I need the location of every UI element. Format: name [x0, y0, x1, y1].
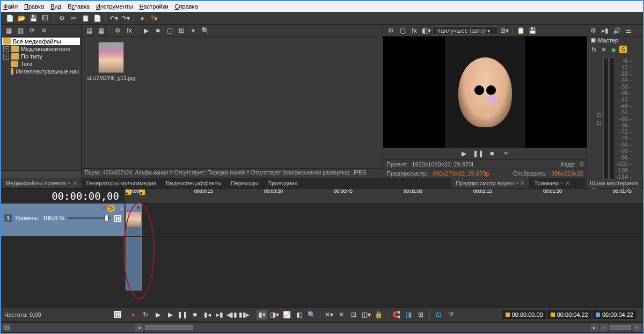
snap-grid-icon[interactable]: ◨: [403, 310, 414, 320]
tree-item-drives[interactable]: + Медианакопители: [2, 45, 80, 53]
go-start-icon[interactable]: ▮◂: [202, 310, 213, 320]
thumbnail-area[interactable]: sLU2M2Yl6_g11.jpg: [82, 37, 383, 168]
menu-settings[interactable]: Настройки: [140, 3, 169, 10]
gear-icon[interactable]: ⚙: [385, 26, 396, 35]
play-icon[interactable]: ▶: [141, 26, 151, 35]
tree-item-smart[interactable]: Интеллектуальные нак: [2, 68, 80, 75]
timeline-clip[interactable]: ≡: [126, 204, 142, 236]
keyframe-icon[interactable]: ◫: [114, 311, 121, 318]
play-start-icon[interactable]: ▶: [152, 310, 163, 320]
save-icon[interactable]: 💾: [28, 13, 39, 23]
copy-icon[interactable]: 📋: [80, 13, 91, 23]
paste-icon[interactable]: 📄: [92, 13, 103, 23]
tree-item-tags[interactable]: Теги: [2, 60, 80, 68]
view-thumb-icon[interactable]: ▦: [96, 26, 106, 35]
menu-icon[interactable]: ≡: [501, 149, 511, 158]
popout-icon[interactable]: ▫: [561, 180, 563, 186]
expand-icon[interactable]: +: [3, 54, 9, 60]
tab-media[interactable]: Медиафайлы проекта ▫ ✕: [1, 178, 82, 188]
scroll-left-icon[interactable]: ◂: [135, 324, 143, 331]
bypass-fx-icon[interactable]: ⊘: [101, 205, 106, 212]
zoom-in-icon[interactable]: +: [633, 324, 641, 331]
fx-icon[interactable]: fx: [590, 46, 598, 53]
selection-tool-icon[interactable]: ◧: [294, 310, 304, 320]
menu-help[interactable]: Справка: [175, 3, 198, 10]
level-slider[interactable]: [68, 217, 111, 219]
view-list-icon[interactable]: ▤: [84, 26, 94, 35]
tree-refresh-icon[interactable]: ⟳: [27, 26, 38, 35]
split-icon[interactable]: ◧▾: [421, 26, 431, 35]
clip-tail[interactable]: [126, 237, 142, 291]
tree-root-all-media[interactable]: Все медиафайлы: [2, 38, 80, 45]
zoom-tool-icon[interactable]: 🔍: [306, 310, 317, 320]
fx-icon[interactable]: fx: [124, 26, 135, 35]
menu-tools[interactable]: Инструменты: [96, 3, 133, 10]
next-frame-icon[interactable]: ▮▮▸: [239, 310, 250, 320]
grid-overlay-icon[interactable]: ⊞▾: [499, 26, 510, 35]
circle-icon[interactable]: S: [619, 46, 627, 53]
next-icon[interactable]: ▸▮: [599, 26, 610, 35]
timeline-scrollbar[interactable]: ⊡ ◂ ▸ − +: [1, 323, 643, 332]
new-icon[interactable]: 📄: [4, 13, 15, 23]
tree-collapse-icon[interactable]: ▦: [3, 26, 14, 35]
stop-icon[interactable]: ■: [189, 310, 200, 320]
play-icon[interactable]: ▶: [165, 310, 175, 320]
menu-insert[interactable]: Вставка: [68, 3, 90, 10]
close-icon[interactable]: ✕: [565, 180, 570, 187]
tree-item-type[interactable]: + По типу: [2, 53, 80, 60]
time-selection-length[interactable]: 00:00:04,22: [592, 310, 636, 319]
sliders-icon[interactable]: ⚌: [623, 26, 634, 35]
autofade-icon[interactable]: ✕: [336, 310, 347, 320]
tab-transitions[interactable]: Переходы: [226, 178, 264, 188]
render-icon[interactable]: 🎞: [40, 13, 50, 23]
stop-icon[interactable]: ■: [487, 149, 497, 158]
copy-snapshot-icon[interactable]: 📋: [516, 26, 526, 35]
tree-filter-icon[interactable]: ▥: [15, 26, 26, 35]
menu-file[interactable]: Файл: [3, 3, 18, 10]
time-position[interactable]: 00:00:00,00: [502, 310, 546, 319]
search-icon[interactable]: 🔍: [200, 26, 210, 35]
go-end-icon[interactable]: ▸▮: [214, 310, 225, 320]
play-icon[interactable]: ▶: [459, 149, 470, 158]
expand-icon[interactable]: +: [3, 46, 9, 52]
stereo-icon[interactable]: ▢: [597, 120, 602, 125]
tab-generators[interactable]: Генераторы мультимедиа: [82, 178, 162, 188]
pause-icon[interactable]: ❚❚: [473, 149, 484, 158]
scroll-right-icon[interactable]: ▸: [590, 324, 598, 331]
pause-icon[interactable]: ❚❚: [177, 310, 188, 320]
track-lane[interactable]: ≡: [125, 204, 643, 236]
tab-preview[interactable]: Предпросмотр видео ▫ ✕: [451, 178, 530, 188]
time-selection-end[interactable]: 00:00:04,22: [547, 310, 591, 319]
quality-dropdown[interactable]: Наилучшее (авто) ▾: [433, 26, 498, 35]
marker-icon[interactable]: ⧩: [445, 310, 456, 320]
tree-delete-icon[interactable]: ✕: [39, 26, 49, 35]
quantize-icon[interactable]: ⊞: [415, 310, 426, 320]
prev-frame-icon[interactable]: ◂▮▮: [226, 310, 237, 320]
cut-icon[interactable]: ✂: [68, 13, 79, 23]
menu-view[interactable]: Вид: [50, 3, 61, 10]
crossfade-icon[interactable]: ✕▾: [324, 310, 334, 320]
popout-icon[interactable]: ▫: [68, 180, 70, 186]
tree-scrollbar[interactable]: [1, 170, 81, 178]
record-icon[interactable]: ●: [128, 310, 138, 320]
gear-icon[interactable]: ⚙: [112, 26, 123, 35]
stop-icon[interactable]: ■: [152, 26, 163, 35]
keyframe-icon[interactable]: ◫: [114, 215, 121, 222]
edit-tool-icon[interactable]: ▮▾: [257, 310, 267, 320]
gear-icon[interactable]: ⚙: [588, 26, 598, 35]
close-icon[interactable]: ✕: [520, 180, 525, 187]
menu-edit[interactable]: Правка: [24, 3, 44, 10]
track-menu-icon[interactable]: ≡: [120, 205, 123, 212]
tab-explorer[interactable]: Проводник: [263, 178, 302, 188]
clip-menu-icon[interactable]: ≡: [137, 204, 140, 210]
zoom-thumb[interactable]: [610, 325, 631, 330]
close-icon[interactable]: ✕: [72, 180, 77, 187]
lock-icon[interactable]: 🔒: [373, 310, 384, 320]
mono-icon[interactable]: ▢: [597, 112, 602, 118]
scroll-thumb[interactable]: [145, 325, 193, 330]
tab-trimmer[interactable]: Триммер ▫ ✕: [530, 178, 575, 188]
tab-fx[interactable]: Видеоспецэффекты: [162, 178, 226, 188]
redo-icon[interactable]: ↷▾: [120, 13, 131, 23]
dropdown-icon[interactable]: ▾: [188, 26, 199, 35]
lock-env-icon[interactable]: ⊡: [348, 310, 359, 320]
